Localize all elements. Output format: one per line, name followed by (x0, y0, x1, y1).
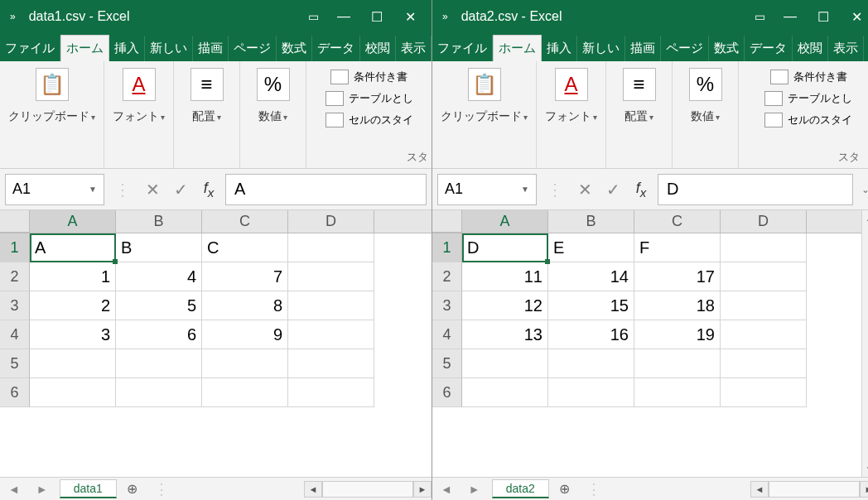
cell[interactable]: B (116, 233, 202, 262)
cell[interactable]: 7 (202, 262, 288, 291)
cell[interactable]: 11 (462, 262, 548, 291)
number-label[interactable]: 数値▾ (691, 109, 720, 124)
number-icon[interactable]: % (257, 68, 290, 101)
scroll-down-icon[interactable]: ▼ (866, 464, 868, 475)
cell[interactable] (288, 291, 374, 320)
column-header[interactable]: C (634, 210, 721, 233)
row-header[interactable]: 1 (0, 233, 30, 262)
column-header[interactable]: C (202, 210, 288, 233)
column-header[interactable]: B (548, 210, 634, 233)
row-header[interactable]: 4 (432, 320, 462, 349)
cell[interactable]: 14 (548, 262, 634, 291)
cell[interactable] (288, 378, 374, 407)
cell[interactable]: 9 (202, 320, 288, 349)
cell[interactable]: D (462, 233, 548, 262)
clipboard-icon[interactable]: 📋 (468, 68, 501, 101)
close-button[interactable]: ✕ (840, 0, 868, 33)
select-all-cell[interactable] (0, 210, 30, 233)
tab-review[interactable]: 校閲 (793, 36, 828, 61)
cancel-edit-icon[interactable]: ✕ (573, 180, 596, 200)
sheet-tab[interactable]: data1 (60, 479, 117, 498)
conditional-formatting-button[interactable]: 条件付き書 (770, 70, 847, 84)
number-label[interactable]: 数値▾ (258, 109, 287, 124)
cell[interactable]: E (548, 233, 634, 262)
minimize-button[interactable]: — (774, 0, 807, 33)
cell[interactable] (116, 349, 202, 378)
clipboard-label[interactable]: クリップボード▾ (8, 109, 95, 124)
fx-icon[interactable]: fx (629, 180, 653, 200)
font-label[interactable]: フォント▾ (113, 109, 165, 124)
horizontal-scrollbar[interactable]: ◄► (608, 481, 868, 498)
add-sheet-button[interactable]: ⊕ (549, 481, 580, 497)
maximize-button[interactable]: ☐ (807, 0, 840, 33)
ribbon-display-options-icon[interactable]: ▭ (299, 10, 327, 23)
cell[interactable] (548, 378, 634, 407)
vertical-scrollbar[interactable]: ▲▼ (861, 210, 868, 477)
sheet-nav-prev-icon[interactable]: ◄ (432, 483, 461, 496)
cell[interactable]: C (202, 233, 288, 262)
tabs-overflow-icon[interactable]: › (864, 37, 868, 61)
ribbon-display-options-icon[interactable]: ▭ (745, 10, 774, 23)
chevron-down-icon[interactable]: ▼ (89, 185, 97, 194)
chevron-down-icon[interactable]: ▼ (521, 185, 529, 194)
format-as-table-button[interactable]: テーブルとし (326, 91, 413, 106)
conditional-formatting-button[interactable]: 条件付き書 (330, 70, 407, 84)
scroll-up-icon[interactable]: ▲ (866, 212, 868, 224)
row-header[interactable]: 3 (0, 291, 30, 320)
row-header[interactable]: 4 (0, 320, 30, 349)
tab-home[interactable]: ホーム (493, 35, 542, 61)
align-icon[interactable]: ≡ (190, 68, 224, 101)
select-all-cell[interactable] (432, 210, 462, 233)
cell[interactable] (634, 378, 721, 407)
cell[interactable] (202, 349, 288, 378)
row-header[interactable]: 1 (432, 233, 462, 262)
horizontal-scrollbar[interactable]: ◄► (176, 481, 432, 498)
tab-file[interactable]: ファイル (0, 36, 60, 61)
cell[interactable]: 2 (30, 291, 116, 320)
row-header[interactable]: 2 (432, 262, 462, 291)
row-header[interactable]: 5 (0, 349, 30, 378)
format-as-table-button[interactable]: テーブルとし (764, 91, 852, 106)
font-label[interactable]: フォント▾ (545, 109, 597, 124)
cell[interactable] (548, 349, 634, 378)
cell[interactable] (116, 378, 202, 407)
tab-home[interactable]: ホーム (60, 35, 109, 61)
row-header[interactable]: 2 (0, 262, 30, 291)
scroll-track[interactable] (769, 481, 860, 498)
cell[interactable]: 15 (548, 291, 634, 320)
column-header[interactable]: A (462, 210, 548, 233)
clipboard-icon[interactable]: 📋 (36, 68, 69, 101)
column-header[interactable]: D (721, 210, 807, 233)
cell[interactable] (721, 349, 807, 378)
column-header[interactable]: A (30, 210, 116, 233)
align-icon[interactable]: ≡ (623, 68, 656, 101)
scroll-right-icon[interactable]: ► (860, 481, 868, 498)
number-icon[interactable]: % (689, 68, 722, 101)
cell[interactable]: 13 (462, 320, 548, 349)
tab-review[interactable]: 校閲 (360, 36, 396, 61)
tab-insert[interactable]: 挿入 (542, 36, 577, 61)
font-icon[interactable]: A (555, 68, 588, 101)
align-label[interactable]: 配置▾ (624, 109, 653, 124)
cancel-edit-icon[interactable]: ✕ (141, 180, 164, 200)
tab-data[interactable]: データ (745, 36, 793, 61)
tab-view[interactable]: 表示 (396, 36, 432, 61)
cell[interactable] (721, 378, 807, 407)
row-header[interactable]: 5 (432, 349, 462, 378)
tab-new[interactable]: 新しい (577, 36, 625, 61)
name-box[interactable]: A1▼ (5, 174, 104, 205)
cell[interactable] (288, 233, 374, 262)
row-header[interactable]: 3 (432, 291, 462, 320)
cell[interactable] (288, 349, 374, 378)
cell[interactable]: F (634, 233, 721, 262)
cell[interactable] (721, 320, 807, 349)
tab-insert[interactable]: 挿入 (109, 36, 145, 61)
cell[interactable]: 8 (202, 291, 288, 320)
cell[interactable]: 16 (548, 320, 634, 349)
scroll-left-icon[interactable]: ◄ (750, 481, 769, 498)
cell[interactable] (30, 349, 116, 378)
confirm-edit-icon[interactable]: ✓ (601, 180, 624, 200)
cell[interactable]: 12 (462, 291, 548, 320)
cell[interactable] (30, 378, 116, 407)
scroll-track[interactable] (322, 481, 413, 498)
